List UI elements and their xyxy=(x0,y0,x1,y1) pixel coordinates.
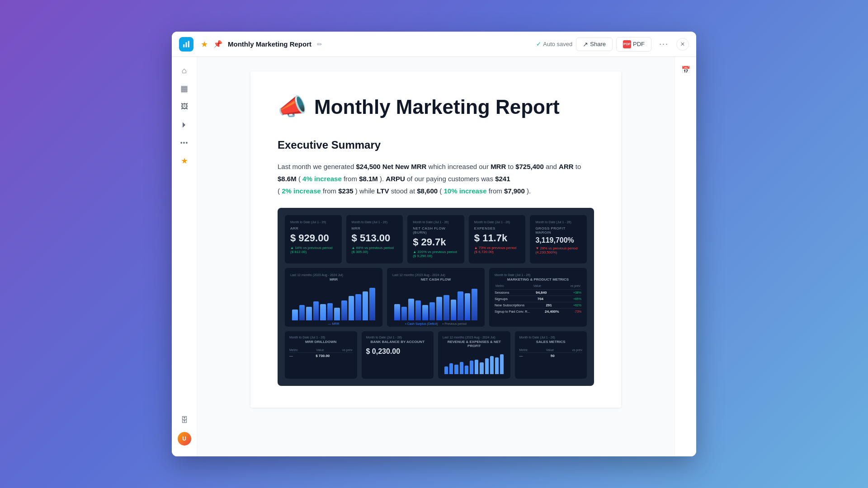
mrr-value: $725,400 xyxy=(515,163,544,170)
summary-from-1: from xyxy=(344,175,359,183)
summary-mrr-pre: which increased our xyxy=(429,163,491,170)
gpm-label: GROSS PROFIT MARGIN xyxy=(535,226,581,235)
logo-icon xyxy=(182,40,190,48)
marketing-period: Month to Date (Jul 1 - 26) xyxy=(495,273,581,277)
sessions-value: 94,840 xyxy=(536,291,547,295)
signups-row: Signups 704 +65% xyxy=(495,296,581,302)
cashflow-card: Month to Date (Jul 1 - 26) NET CASH FLOW… xyxy=(407,215,464,263)
mrr-label: MRR xyxy=(352,226,398,230)
more-options-button[interactable]: ··· xyxy=(655,36,673,52)
user-avatar[interactable]: U xyxy=(178,432,191,446)
document-page: 📣 Monthly Marketing Report Executive Sum… xyxy=(250,71,621,408)
mrr-chart-bars xyxy=(290,284,377,320)
autosaved-label: Auto saved xyxy=(543,41,572,47)
summary-to-1: to xyxy=(508,163,515,170)
favorite-star-icon[interactable]: ★ xyxy=(201,39,208,49)
share-button[interactable]: ↗ Share xyxy=(576,38,613,51)
dashboard-container: Month to Date (Jul 1 - 26) ARR $ 929.00 … xyxy=(278,208,594,386)
sidebar-item-database[interactable]: 🗄 xyxy=(176,412,193,428)
summary-to-2: to xyxy=(576,163,581,170)
cashflow-chart-card: Last 12 months (2023 Aug - 2024 Jul) NET… xyxy=(387,268,485,327)
close-button[interactable]: × xyxy=(676,38,689,51)
calendar-icon[interactable]: 📅 xyxy=(679,62,693,77)
expenses-period: Month to Date (Jul 1 - 26) xyxy=(474,221,520,224)
mrr-label: MRR xyxy=(491,163,506,170)
mrr-drilldown-title: MRR DRILLDOWN xyxy=(289,340,353,344)
mrr-drilldown-period: Month to Date (Jul 1 - 26) xyxy=(289,336,353,339)
bottom-cards-row: Month to Date (Jul 1 - 26) MRR DRILLDOWN… xyxy=(285,331,587,379)
sidebar-bottom: 🗄 U xyxy=(176,412,193,451)
check-icon: ✓ xyxy=(536,41,541,47)
signups-value: 704 xyxy=(538,297,543,301)
new-subs-label: New Subscriptions xyxy=(495,303,524,307)
document-title: Monthly Marketing Report xyxy=(228,40,311,48)
mrr-chart-card: Last 12 months (2023 Aug - 2024 Jul) MRR xyxy=(285,268,382,327)
document-title-row: 📣 Monthly Marketing Report xyxy=(278,93,594,121)
cashflow-change: ▲ 220% vs previous period ($ 9,290.00) xyxy=(413,250,459,258)
expenses-label: Expenses xyxy=(474,226,520,230)
net-new-mrr-lbl: Net New MRR xyxy=(382,163,427,170)
main-layout: ⌂ ▦ 🖼 ⏵ ••• ★ 🗄 U 📣 Monthly Marketing Re… xyxy=(172,57,696,456)
sidebar-item-video[interactable]: ⏵ xyxy=(176,117,193,133)
sessions-row: Sessions 94,840 +38% xyxy=(495,289,581,296)
expenses-change: ▲ 73% vs previous period ($ 6,720.00) xyxy=(474,246,520,254)
revenue-period: Last 12 months (2023 Aug - 2024 Jul) xyxy=(443,336,506,339)
cashflow-legend: ▪ Cash Surplus (Deficit) ▪ Previous peri… xyxy=(392,322,479,325)
sidebar-item-table[interactable]: ▦ xyxy=(176,80,193,97)
summary-paragraph: Last month we generated $24,500 Net New … xyxy=(278,160,594,197)
summary-pre-1: Last month we generated xyxy=(278,163,354,170)
mrr-value: $ 513.00 xyxy=(352,232,398,244)
sidebar-item-more[interactable]: ••• xyxy=(176,135,193,151)
sessions-change: +38% xyxy=(573,291,581,294)
share-icon: ↗ xyxy=(583,41,588,48)
edit-title-icon[interactable]: ✏ xyxy=(317,41,322,48)
arr-card: Month to Date (Jul 1 - 26) ARR $ 929.00 … xyxy=(285,215,342,263)
arr-value: $ 929.00 xyxy=(290,232,336,244)
summary-while: ) while xyxy=(355,187,377,195)
gpm-card: Month to Date (Jul 1 - 26) GROSS PROFIT … xyxy=(530,215,587,263)
sidebar-item-gallery[interactable]: 🖼 xyxy=(176,99,193,115)
marketing-title: MARKETING & PRODUCT METRICS xyxy=(495,277,581,282)
sidebar-item-home[interactable]: ⌂ xyxy=(176,62,193,79)
content-area[interactable]: 📣 Monthly Marketing Report Executive Sum… xyxy=(197,57,675,456)
new-subs-row: New Subscriptions 291 +62% xyxy=(495,302,581,308)
app-window: ★ 📌 Monthly Marketing Report ✏ ✓ Auto sa… xyxy=(172,32,696,456)
expenses-value: $ 11.7k xyxy=(474,232,520,244)
sessions-label: Sessions xyxy=(495,291,509,295)
increase-2: 2% increase xyxy=(282,187,321,195)
mrr-period: Month to Date (Jul 1 - 26) xyxy=(352,221,398,224)
mrr-drilldown-card: Month to Date (Jul 1 - 26) MRR DRILLDOWN… xyxy=(285,331,357,379)
summary-paren-close-3: ). xyxy=(527,187,531,195)
gpm-value: 3,119,700% xyxy=(535,236,581,244)
drilldown-metric-1: — xyxy=(289,354,293,358)
sidebar-item-favorites[interactable]: ★ xyxy=(176,153,193,169)
arr-period: Month to Date (Jul 1 - 26) xyxy=(290,221,336,224)
bank-value: $ 0,230.00 xyxy=(366,347,429,356)
drilldown-header: MetricValuevs prev xyxy=(289,347,353,352)
sales-val-1: 50 xyxy=(551,354,555,358)
revenue-chart-card: Last 12 months (2023 Aug - 2024 Jul) REV… xyxy=(438,331,510,379)
mrr-chart-period: Last 12 months (2023 Aug - 2024 Jul) xyxy=(290,273,377,277)
arr-value: $8.6M xyxy=(278,175,297,183)
svg-rect-0 xyxy=(183,44,184,47)
mrr-chart-title: MRR xyxy=(290,277,377,282)
bank-balance-card: Month to Date (Jul 1 - 26) BANK BALANCE … xyxy=(362,331,434,379)
pdf-icon: PDF xyxy=(623,40,631,48)
cashflow-value: $ 29.7k xyxy=(413,236,459,248)
drilldown-row-1: — $ 730.00 xyxy=(289,352,353,359)
arr-label: ARR xyxy=(290,226,336,230)
sales-metric-1: — xyxy=(519,354,523,358)
ltv-label: LTV xyxy=(377,187,389,195)
net-new-mrr-val: $24,500 xyxy=(356,163,380,170)
marketing-metrics-card: Month to Date (Jul 1 - 26) MARKETING & P… xyxy=(489,268,587,327)
gpm-change: ▼ 28% vs previous period (4,230,500%) xyxy=(535,246,581,254)
summary-from-3: from xyxy=(489,187,504,195)
svg-rect-2 xyxy=(188,41,189,47)
expenses-card: Month to Date (Jul 1 - 26) Expenses $ 11… xyxy=(469,215,526,263)
summary-from-2: from xyxy=(323,187,338,195)
conversion-row: Signup to Paid Conv. R... 24,400% -73% xyxy=(495,308,581,314)
cashflow-label: NET CASH FLOW (BURN) xyxy=(413,226,459,235)
cashflow-period: Month to Date (Jul 1 - 26) xyxy=(413,221,459,224)
pdf-button[interactable]: PDF PDF xyxy=(616,37,651,52)
summary-arpu-of: of our paying customers was xyxy=(407,175,495,183)
